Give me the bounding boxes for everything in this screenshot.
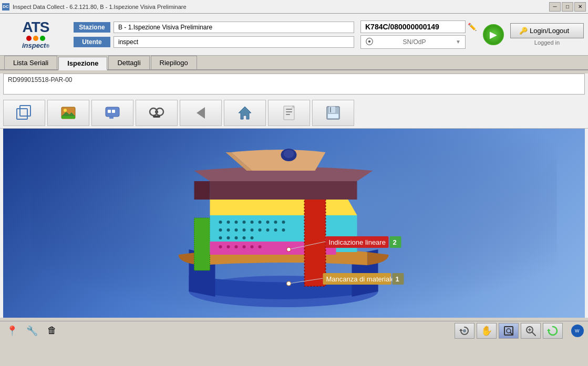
tab-riepilogo[interactable]: Riepilogo: [151, 56, 197, 69]
stazione-value: B - 1.Ispezione Visiva Preliminare: [114, 22, 354, 33]
back-arrow-icon: [192, 104, 209, 121]
barcode-input[interactable]: K784C/080000000149: [360, 20, 466, 33]
network-icon: W: [571, 325, 584, 337]
trash-button[interactable]: 🗑: [44, 323, 60, 338]
svg-text:2: 2: [393, 238, 397, 246]
rotate-button[interactable]: [455, 323, 474, 339]
wrench-button[interactable]: 🔧: [24, 323, 40, 338]
svg-point-3: [64, 109, 67, 112]
svg-point-45: [266, 228, 270, 232]
pan-button[interactable]: ✋: [477, 323, 497, 339]
toolbar: [0, 98, 588, 129]
svg-text:Indicazione lineare: Indicazione lineare: [329, 238, 386, 246]
login-logout-button[interactable]: 🔑 Login/Logout: [510, 23, 584, 38]
barcode-bottom[interactable]: ⦿ SN/OdP ▼: [360, 35, 466, 49]
refresh-button[interactable]: [543, 323, 563, 339]
tab-lista-seriali[interactable]: Lista Seriali: [4, 56, 57, 69]
svg-point-36: [266, 221, 270, 224]
trash-icon: 🗑: [47, 325, 57, 336]
svg-point-65: [284, 150, 294, 158]
logo-inspect-text: inspect: [22, 41, 46, 49]
svg-rect-18: [286, 111, 292, 112]
wrench-icon: 🔧: [26, 325, 38, 337]
status-right-tools: ✋ W: [455, 323, 584, 339]
binoculars-button[interactable]: [136, 100, 178, 126]
serial-value: RD999015518-PAR-00: [8, 76, 73, 83]
svg-point-57: [227, 245, 230, 248]
svg-point-50: [235, 236, 238, 239]
svg-point-32: [235, 221, 238, 224]
utente-label: Utente: [74, 37, 110, 47]
svg-marker-15: [239, 107, 251, 119]
logo-dot-green: [40, 36, 45, 41]
svg-point-39: [219, 228, 222, 232]
network-status-icon: W: [573, 327, 582, 335]
zoom-in-icon: [525, 325, 537, 337]
svg-point-73: [287, 281, 291, 286]
tab-ispezione[interactable]: Ispezione: [58, 57, 107, 70]
logo-reg: ®: [46, 44, 49, 49]
go-button[interactable]: ▶: [483, 24, 504, 45]
hand-icon: ✋: [481, 325, 492, 337]
header: ATS inspect ® Stazione B - 1.Ispezione V…: [0, 14, 588, 56]
svg-rect-19: [286, 114, 290, 115]
refresh-icon: [547, 325, 559, 337]
svg-point-38: [282, 221, 285, 224]
sn-odp-text: SN/OdP: [376, 38, 452, 46]
app-icon: DC: [2, 3, 9, 11]
image-button[interactable]: [47, 100, 89, 126]
login-label: Login/Logout: [530, 27, 569, 35]
zoom-fit-button[interactable]: [499, 323, 519, 339]
svg-point-42: [243, 228, 246, 232]
svg-rect-7: [108, 110, 111, 113]
pin-icon: 📍: [6, 325, 18, 337]
back-button[interactable]: [180, 100, 222, 126]
duplicate-icon: [16, 104, 33, 121]
barcode-lines-icon: ⦿: [365, 37, 373, 47]
edit-icon[interactable]: ✏️: [468, 23, 477, 31]
svg-text:1: 1: [396, 275, 399, 283]
svg-point-46: [274, 228, 277, 232]
zoom-in-button[interactable]: [521, 323, 541, 339]
svg-point-43: [251, 228, 254, 232]
logged-in-text: Logged in: [534, 39, 560, 46]
save-button[interactable]: [312, 100, 354, 126]
pin-button[interactable]: 📍: [4, 323, 20, 338]
tab-dettagli[interactable]: Dettagli: [108, 56, 149, 69]
svg-point-60: [251, 245, 254, 248]
image-icon: [60, 104, 77, 121]
key-icon: 🔑: [519, 27, 528, 35]
svg-rect-62: [305, 192, 326, 286]
viewer-area[interactable]: Indicazione lineare 2 Mancanza di materi…: [3, 129, 585, 318]
svg-point-58: [235, 245, 238, 248]
svg-rect-12: [155, 111, 158, 113]
svg-rect-8: [112, 110, 115, 113]
stazione-label: Stazione: [74, 22, 110, 33]
svg-rect-13: [153, 116, 160, 118]
svg-marker-14: [197, 107, 205, 119]
svg-point-40: [227, 228, 230, 232]
title-bar: DC Inspect Data Collect - 6.2.121.80, B …: [0, 0, 588, 14]
report-button[interactable]: [268, 100, 310, 126]
login-area: 🔑 Login/Logout Logged in: [510, 23, 584, 46]
logo-dots: [26, 36, 45, 41]
comment-button[interactable]: [91, 100, 133, 126]
svg-point-67: [287, 247, 291, 252]
svg-rect-23: [329, 107, 335, 113]
svg-point-37: [274, 221, 277, 224]
barcode-top: K784C/080000000149 ✏️: [360, 20, 477, 33]
minimize-button[interactable]: ─: [549, 2, 561, 12]
duplicate-button[interactable]: [3, 100, 45, 126]
svg-point-79: [463, 329, 466, 332]
svg-rect-28: [194, 218, 210, 270]
logo-inspect-line: inspect ®: [22, 41, 49, 49]
svg-point-33: [243, 221, 246, 224]
svg-marker-87: [547, 329, 551, 331]
home-button[interactable]: [224, 100, 266, 126]
tabs-bar: Lista Seriali Ispezione Dettagli Riepilo…: [0, 56, 588, 70]
svg-point-35: [259, 221, 262, 224]
maximize-button[interactable]: □: [562, 2, 573, 12]
close-button[interactable]: ✕: [574, 2, 586, 12]
status-bar: 📍 🔧 🗑 ✋: [0, 321, 588, 340]
dropdown-arrow-icon[interactable]: ▼: [456, 39, 461, 45]
